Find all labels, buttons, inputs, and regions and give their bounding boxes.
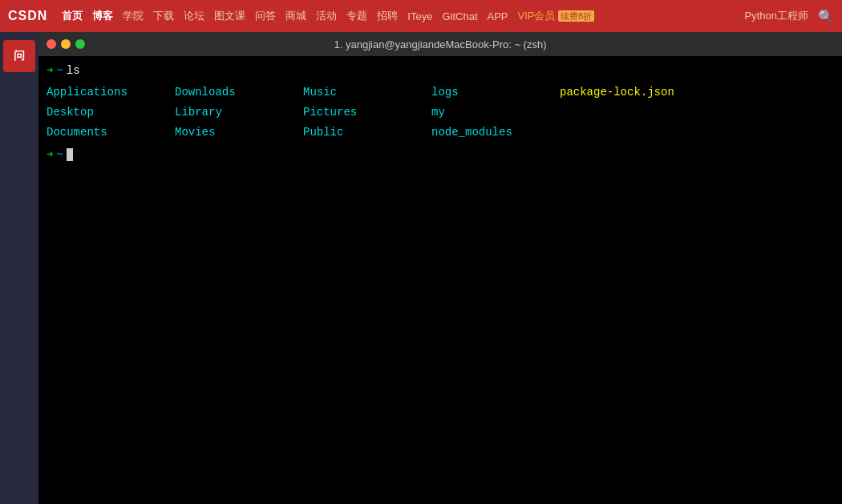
search-icon[interactable]: 🔍 [818,9,834,24]
minimize-button[interactable] [61,39,71,49]
sidebar-qa-icon[interactable]: 问 [3,40,35,72]
nav-item-blog[interactable]: 博客 [92,9,113,23]
csdn-logo[interactable]: CSDN [8,9,47,23]
terminal-titlebar: 1. yangjian@yangjiandeMacBook-Pro: ~ (zs… [38,32,842,56]
file-package-lock: package-lock.json [560,83,834,103]
empty-cell-1 [560,103,834,123]
ls-output: Applications Downloads Music logs packag… [47,83,834,143]
terminal-body[interactable]: ➜ ~ ls Applications Downloads Music logs… [38,56,842,504]
nav-item-academy[interactable]: 学院 [123,9,144,23]
nav-item-jobs[interactable]: 招聘 [377,9,398,23]
nav-item-gitchat[interactable]: GitChat [442,10,477,22]
terminal-title: 1. yangjian@yangjiandeMacBook-Pro: ~ (zs… [334,38,546,50]
dir-my: my [431,103,560,123]
nav-item-app[interactable]: APP [488,10,508,22]
dir-desktop: Desktop [47,103,175,123]
nav-item-home[interactable]: 首页 [62,9,83,23]
nav-vip[interactable]: VIP会员 续费8折 [518,9,595,23]
dir-downloads: Downloads [175,83,303,103]
dir-library: Library [175,103,303,123]
nav-item-download[interactable]: 下载 [153,9,174,23]
prompt-arrow: ➜ [47,62,53,79]
prompt-tilde: ~ [56,62,63,79]
maximize-button[interactable] [75,39,85,49]
nav-item-forum[interactable]: 论坛 [184,9,204,23]
sidebar-icon-label: 问 [14,49,25,63]
dir-movies: Movies [175,123,303,143]
cursor-prompt-tilde: ~ [56,147,63,163]
nav-item-shop[interactable]: 商城 [285,9,306,23]
cursor-prompt-line: ➜ ~ [47,147,834,163]
traffic-lights [47,39,85,49]
dir-documents: Documents [47,123,175,143]
left-sidebar: 问 [0,32,38,504]
dir-pictures: Pictures [303,103,431,123]
dir-public: Public [303,123,431,143]
nav-item-qa[interactable]: 问答 [255,9,276,23]
dir-applications: Applications [47,83,175,103]
nav-item-activity[interactable]: 活动 [316,9,337,23]
empty-cell-2 [560,123,834,143]
dir-music: Music [303,83,431,103]
close-button[interactable] [47,39,56,49]
nav-item-topic[interactable]: 专题 [346,9,367,23]
nav-python[interactable]: Python工程师 [745,9,808,23]
dir-logs: logs [431,83,560,103]
terminal-window: 1. yangjian@yangjiandeMacBook-Pro: ~ (zs… [38,32,842,504]
nav-item-tutocourse[interactable]: 图文课 [214,9,245,23]
ls-command: ls [67,62,80,79]
nav-item-iteye[interactable]: ITeye [407,10,432,22]
cursor-block [67,148,73,161]
prompt-ls-line: ➜ ~ ls [47,62,834,79]
dir-node-modules: node_modules [431,123,560,143]
csdn-navbar: CSDN 首页 博客 学院 下载 论坛 图文课 问答 商城 活动 专题 招聘 I… [0,0,842,32]
cursor-prompt-arrow: ➜ [47,147,53,163]
